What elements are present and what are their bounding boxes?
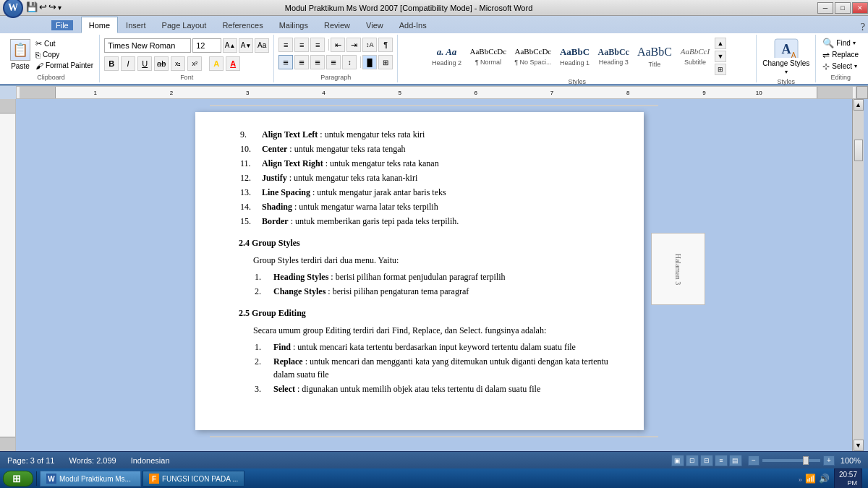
sort-button[interactable]: ↕A — [362, 38, 377, 52]
close-button[interactable]: ✕ — [852, 2, 868, 14]
format-painter-button[interactable]: 🖌 Format Painter — [34, 61, 95, 71]
show-hide-button[interactable]: ¶ — [378, 38, 393, 52]
replace-button[interactable]: ⇌ Replace — [820, 49, 861, 61]
copy-button[interactable]: ⎘ Copy — [34, 50, 95, 60]
line-spacing-button[interactable]: ↕ — [342, 55, 357, 69]
styles-group: a. Aa Heading 2 AaBbCcDc ¶ Normal AaBbCc… — [398, 35, 757, 82]
styles-up-button[interactable]: ▲ — [715, 38, 726, 49]
scroll-up-button[interactable]: ▲ — [854, 99, 864, 111]
style-heading3[interactable]: AaBbCc Heading 3 — [595, 36, 633, 77]
tray-arrow[interactable]: » — [799, 475, 802, 483]
increase-indent-button[interactable]: ⇥ — [346, 38, 361, 52]
align-right-button[interactable]: ≡ — [310, 55, 325, 69]
paste-icon: 📋 — [10, 39, 30, 61]
styles-more-button[interactable]: ⊞ — [715, 64, 726, 75]
qat-save[interactable]: 💾 — [26, 1, 38, 13]
superscript-button[interactable]: x² — [187, 56, 202, 71]
align-center-button[interactable]: ≡ — [294, 55, 309, 69]
change-styles-button[interactable]: A A Change Styles ▾ — [760, 36, 812, 77]
cut-button[interactable]: ✂ Cut — [34, 38, 95, 49]
tab-file[interactable]: File — [43, 17, 81, 33]
scroll-thumb[interactable] — [854, 140, 863, 161]
tab-home[interactable]: Home — [81, 17, 118, 33]
clock-time: 20:57 PM — [839, 470, 857, 488]
clear-format-button[interactable]: Aa — [255, 38, 269, 53]
office-button[interactable]: W — [3, 0, 23, 18]
zoom-slider[interactable] — [762, 459, 820, 462]
full-reading-button[interactable]: ⊡ — [686, 455, 699, 466]
taskbar: ⊞ W Modul Praktikum Ms... F FUNGSI ICON … — [0, 468, 868, 488]
clipboard-label: Clipboard — [37, 74, 65, 81]
multilevel-button[interactable]: ≡ — [310, 38, 325, 52]
list-item: 1. Heading Styles : berisi pilihan forma… — [255, 270, 621, 283]
select-button[interactable]: ⊹ Select ▾ — [820, 61, 861, 72]
start-button[interactable]: ⊞ — [3, 471, 33, 487]
italic-button[interactable]: I — [121, 56, 135, 71]
tab-view[interactable]: View — [358, 17, 391, 33]
section-25-title: 2.5 Group Editing — [239, 307, 608, 320]
align-left-button[interactable]: ≡ — [278, 55, 293, 69]
style-title[interactable]: AaBbC Title — [634, 36, 676, 77]
editing-group: 🔍 Find ▾ ⇌ Replace ⊹ Select ▾ Editing — [816, 35, 865, 82]
style-heading1[interactable]: AaBbC Heading 1 — [556, 36, 594, 77]
tab-page-layout[interactable]: Page Layout — [154, 17, 215, 33]
tab-mailings[interactable]: Mailings — [271, 17, 316, 33]
borders-button[interactable]: ⊞ — [378, 55, 393, 69]
justify-button[interactable]: ≡ — [326, 55, 341, 69]
restore-button[interactable]: □ — [835, 2, 851, 14]
qat-customize[interactable]: ▾ — [58, 4, 61, 12]
change-styles-column: A A Change Styles ▾ Styles — [757, 35, 816, 82]
underline-button[interactable]: U — [137, 56, 152, 71]
taskbar-items: W Modul Praktikum Ms... F FUNGSI ICON PA… — [40, 471, 796, 487]
bold-button[interactable]: B — [104, 56, 119, 71]
style-subtitle[interactable]: AaBbCcI Subtitle — [676, 36, 714, 77]
text-highlight-button[interactable]: A — [209, 56, 224, 71]
draft-button[interactable]: ▤ — [729, 455, 742, 466]
tab-review[interactable]: Review — [316, 17, 358, 33]
minimize-button[interactable]: ─ — [817, 2, 833, 14]
font-group: A▲ A▼ Aa B I U ab x₂ x² A A Font — [100, 35, 274, 82]
section-24-title: 2.4 Group Styles — [239, 236, 608, 249]
font-name-selector[interactable] — [104, 38, 191, 53]
font-color-button[interactable]: A — [226, 56, 240, 71]
ruler-left-side — [0, 86, 16, 99]
bullets-button[interactable]: ≡ — [278, 38, 293, 52]
tab-add-ins[interactable]: Add-Ins — [391, 17, 435, 33]
zoom-thumb[interactable] — [803, 456, 809, 465]
tray-icons: » 📶 🔊 — [799, 474, 830, 484]
taskbar-item-word[interactable]: W Modul Praktikum Ms... — [40, 471, 141, 487]
status-words: Words: 2.099 — [69, 456, 116, 465]
scroll-down-button[interactable]: ▼ — [854, 440, 864, 451]
qat-undo[interactable]: ↩ — [39, 1, 47, 13]
paragraph-group: ≡ ≡ ≡ ⇤ ⇥ ↕A ¶ ≡ ≡ ≡ ≡ ↕ █ ⊞ — [274, 35, 398, 82]
shading-button[interactable]: █ — [362, 55, 377, 69]
outline-button[interactable]: ≡ — [715, 455, 728, 466]
decrease-indent-button[interactable]: ⇤ — [331, 38, 345, 52]
print-layout-button[interactable]: ▣ — [671, 455, 684, 466]
style-nospace[interactable]: AaBbCcDc ¶ No Spaci... — [511, 36, 555, 77]
taskbar-item-fungsi[interactable]: F FUNGSI ICON PADA ... — [142, 471, 244, 487]
zoom-in-button[interactable]: + — [823, 455, 835, 466]
font-size-selector[interactable] — [192, 38, 221, 53]
strikethrough-button[interactable]: ab — [154, 56, 169, 71]
zoom-out-button[interactable]: − — [748, 455, 760, 466]
paste-button[interactable]: 📋 Paste — [7, 38, 33, 72]
qat-redo[interactable]: ↪ — [48, 1, 56, 13]
style-normal[interactable]: AaBbCcDc ¶ Normal — [466, 36, 510, 77]
styles-down-button[interactable]: ▼ — [715, 51, 726, 62]
subscript-button[interactable]: x₂ — [171, 56, 185, 71]
find-button[interactable]: 🔍 Find ▾ — [820, 37, 861, 49]
list-item: 13. Line Spacing : untuk mengatur jarak … — [240, 186, 606, 199]
style-heading2[interactable]: a. Aa Heading 2 — [427, 36, 465, 77]
font-shrink-button[interactable]: A▼ — [239, 38, 253, 53]
vertical-scrollbar[interactable]: ▲ ▼ — [852, 99, 864, 451]
font-grow-button[interactable]: A▲ — [223, 38, 237, 53]
format-painter-icon: 🖌 — [35, 61, 43, 70]
tab-insert[interactable]: Insert — [118, 17, 154, 33]
help-icon[interactable]: ? — [861, 22, 865, 33]
tab-references[interactable]: References — [214, 17, 271, 33]
taskbar-right: » 📶 🔊 20:57 PM — [799, 468, 865, 488]
numbering-button[interactable]: ≡ — [294, 38, 309, 52]
select-icon: ⊹ — [822, 61, 830, 72]
web-layout-button[interactable]: ⊟ — [700, 455, 713, 466]
